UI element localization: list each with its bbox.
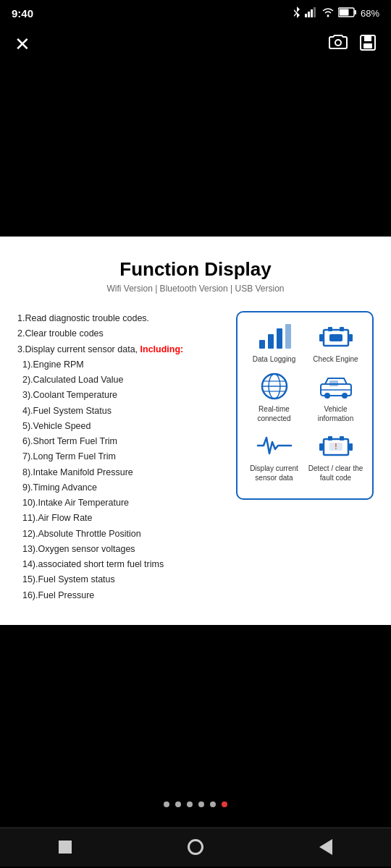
svg-point-4 bbox=[327, 14, 329, 17]
svg-point-8 bbox=[335, 40, 341, 46]
sensor-item-8: 8).Intake Manifold Pressure bbox=[17, 465, 224, 480]
svg-rect-1 bbox=[308, 12, 310, 17]
svg-rect-15 bbox=[285, 324, 291, 349]
sensor-item-15: 15).Fuel System status bbox=[17, 572, 224, 587]
save-button[interactable] bbox=[359, 34, 377, 56]
svg-rect-2 bbox=[311, 9, 313, 17]
home-button[interactable] bbox=[185, 836, 206, 858]
icon-row-1: Data Logging Check Engine bbox=[243, 321, 366, 364]
main-content: 1.Read diagnostic trouble codes. 2.Clear… bbox=[17, 311, 374, 603]
dot-5[interactable] bbox=[210, 801, 216, 807]
recents-button[interactable] bbox=[54, 836, 76, 858]
icon-realtime: Real-time connected bbox=[245, 371, 303, 423]
dot-6-active[interactable] bbox=[222, 801, 227, 807]
svg-rect-6 bbox=[354, 10, 356, 14]
bluetooth-icon bbox=[293, 7, 301, 20]
svg-rect-34 bbox=[340, 436, 344, 441]
top-nav-right bbox=[329, 34, 377, 56]
icon-data-logging: Data Logging bbox=[245, 321, 303, 364]
icon-row-2: Real-time connected Vehicle information bbox=[243, 371, 366, 423]
status-bar: 9:40 bbox=[0, 0, 391, 26]
svg-rect-35 bbox=[319, 443, 323, 451]
sensor-item-13: 13).Oxygen sensor voltages bbox=[17, 542, 224, 557]
svg-point-28 bbox=[324, 393, 330, 399]
black-bottom-area bbox=[0, 625, 391, 827]
sensor-item-1: 1).Engine RPM bbox=[17, 357, 224, 373]
triangle-icon bbox=[319, 839, 332, 855]
including-label: Including: bbox=[140, 344, 184, 354]
display-line: 3.Display current sensor data, Including… bbox=[17, 342, 224, 357]
close-button[interactable]: ✕ bbox=[14, 33, 30, 56]
dot-1[interactable] bbox=[164, 801, 169, 807]
realtime-label: Real-time connected bbox=[245, 404, 303, 423]
svg-rect-17 bbox=[328, 327, 332, 331]
black-header-area bbox=[0, 63, 391, 237]
camera-button[interactable] bbox=[329, 34, 348, 56]
sensor-item-9: 9).Timing Advance bbox=[17, 480, 224, 495]
svg-rect-0 bbox=[305, 14, 307, 17]
svg-rect-18 bbox=[340, 327, 344, 331]
detect-fault-label: Detect / clear the fault code bbox=[307, 464, 365, 482]
svg-rect-10 bbox=[364, 35, 371, 41]
svg-rect-7 bbox=[339, 9, 348, 15]
dot-2[interactable] bbox=[175, 801, 181, 807]
battery-percent: 68% bbox=[361, 8, 379, 19]
intro-line-1: 1.Read diagnostic trouble codes. bbox=[17, 311, 224, 326]
svg-rect-20 bbox=[348, 334, 353, 341]
sensor-item-14: 14).associated short term fuel trims bbox=[17, 557, 224, 572]
top-nav: ✕ bbox=[0, 26, 391, 63]
status-icons: 68% bbox=[293, 7, 379, 20]
intro-line-2: 2.Clear trouble codes bbox=[17, 326, 224, 341]
page-title: Function Display bbox=[17, 258, 374, 281]
pagination-dots bbox=[0, 793, 391, 816]
sensor-item-11: 11).Air Flow Rate bbox=[17, 511, 224, 526]
circle-icon bbox=[188, 839, 203, 855]
svg-rect-11 bbox=[363, 43, 372, 48]
svg-rect-21 bbox=[329, 334, 342, 341]
feature-list: 1.Read diagnostic trouble codes. 2.Clear… bbox=[17, 311, 224, 603]
sensor-item-4: 4).Fuel System Status bbox=[17, 404, 224, 419]
content-section: Function Display Wifi Version | Bluetoot… bbox=[0, 237, 391, 625]
sensor-item-12: 12).Absolute Throttle Position bbox=[17, 527, 224, 542]
check-engine-label: Check Engine bbox=[313, 354, 358, 364]
display-sensor-label: Display current sensor data bbox=[245, 464, 303, 482]
sensor-item-16: 16).Fuel Pressure bbox=[17, 588, 224, 603]
svg-rect-19 bbox=[319, 334, 324, 341]
svg-rect-33 bbox=[328, 436, 332, 441]
battery-icon bbox=[338, 7, 357, 20]
bottom-nav bbox=[0, 827, 391, 867]
dot-4[interactable] bbox=[198, 801, 204, 807]
svg-rect-13 bbox=[268, 334, 274, 349]
page-subtitle: Wifi Version | Bluetooth Version | USB V… bbox=[17, 284, 374, 294]
icon-detect-fault: ! Detect / clear the fault code bbox=[307, 430, 365, 482]
icon-display-sensor: Display current sensor data bbox=[245, 430, 303, 482]
signal-icon bbox=[305, 7, 318, 20]
status-time: 9:40 bbox=[12, 7, 33, 20]
sensor-item-5: 5).Vehicle Speed bbox=[17, 419, 224, 434]
svg-point-29 bbox=[342, 393, 348, 399]
sensor-item-2: 2).Calculated Load Value bbox=[17, 373, 224, 388]
svg-rect-12 bbox=[259, 340, 265, 349]
sensor-item-10: 10).Intake Air Temperature bbox=[17, 495, 224, 511]
svg-rect-30 bbox=[329, 380, 338, 386]
back-button[interactable] bbox=[315, 836, 337, 858]
svg-rect-36 bbox=[349, 443, 353, 451]
svg-rect-14 bbox=[277, 328, 282, 349]
sensor-item-3: 3).Coolant Temperature bbox=[17, 388, 224, 403]
icon-row-3: Display current sensor data ! Dete bbox=[243, 430, 366, 482]
svg-rect-3 bbox=[314, 7, 316, 17]
icon-grid: Data Logging Check Engine bbox=[236, 311, 374, 500]
data-logging-label: Data Logging bbox=[253, 354, 296, 364]
square-icon bbox=[59, 841, 72, 854]
svg-text:!: ! bbox=[335, 443, 337, 451]
vehicle-info-label: Vehicle information bbox=[307, 404, 365, 423]
icon-vehicle-info: Vehicle information bbox=[307, 371, 365, 423]
sensor-item-7: 7).Long Term Fuel Trim bbox=[17, 449, 224, 464]
sensor-item-6: 6).Short Term Fuel Trim bbox=[17, 434, 224, 449]
dot-3[interactable] bbox=[187, 801, 193, 807]
wifi-icon bbox=[321, 7, 335, 20]
icon-check-engine: Check Engine bbox=[307, 321, 365, 364]
